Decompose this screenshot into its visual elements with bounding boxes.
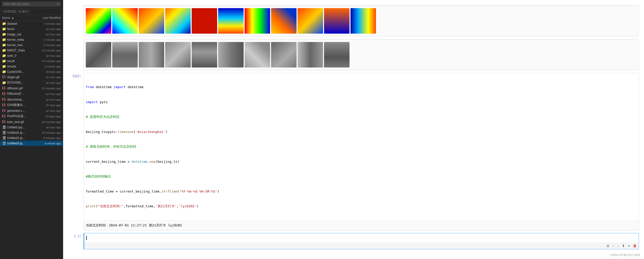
gray-img-7: [245, 42, 270, 67]
file-icon: 📓: [2, 131, 6, 134]
output-cell-gray: [68, 39, 639, 70]
file-item[interactable]: 📁 kernel_meta 2 minutes ago: [0, 37, 63, 42]
file-name: discriminat...: [7, 98, 33, 101]
file-item[interactable]: 📁 result 14 minutes ago: [0, 58, 63, 64]
move-down-button[interactable]: ↓: [616, 243, 620, 249]
gray-img-3: [139, 42, 164, 67]
file-item[interactable]: 📓 Untitled3.ip... a minute ago: [0, 141, 63, 146]
file-icon: 🎞: [2, 114, 6, 118]
file-icon: 📓: [2, 141, 6, 145]
file-table-header[interactable]: Name ▲ Last Modified: [0, 15, 63, 21]
file-name: image_cat: [7, 33, 33, 36]
filter-bar: ✕: [0, 0, 63, 8]
cell-active-bar: [83, 233, 84, 249]
cell-toolbar: ⧉ ↑ ↓ ⬇ ≡ 🗑: [84, 242, 639, 249]
thermal-img-3: [139, 8, 164, 34]
file-item[interactable]: 📁 MNIST_Data 15 minutes ago: [0, 48, 63, 53]
file-name: kernel_met...: [7, 43, 33, 47]
file-icon: 🎞: [2, 75, 6, 79]
file-item[interactable]: 📁 rank_0 an hour ago: [0, 53, 63, 58]
file-item[interactable]: 📓 Untitled1.ip... 19 minutes ago: [0, 130, 63, 135]
file-item[interactable]: 📁 kernel_met... 2 minutes ago: [0, 42, 63, 48]
file-name: Untitled1.ip...: [7, 131, 33, 134]
thermal-image-grid: [86, 8, 637, 34]
thermal-img-6: [218, 8, 244, 34]
file-list: 📁 dataset 7 minutes ago 📁 faces an hour …: [0, 21, 63, 259]
file-name: result: [7, 59, 33, 63]
cell-empty-input[interactable]: [84, 233, 639, 242]
file-modified: 10 days ago: [33, 104, 61, 107]
gray-img-2: [112, 42, 138, 67]
file-item[interactable]: 📁 dataset 7 minutes ago: [0, 21, 63, 26]
file-icon: 🎞: [2, 103, 6, 107]
cell-content-12: from datetime import datetime import pyt…: [83, 73, 639, 230]
cell-prompt-empty: [ ]:: [68, 233, 83, 249]
code-cell-12: [12]: from datetime import datetime impo…: [68, 73, 639, 230]
file-modified: 21 minutes ago: [33, 87, 61, 90]
file-icon: 🎞: [2, 98, 6, 101]
gray-img-10: [324, 42, 349, 67]
file-item[interactable]: 📓 Untitled.ipy... an hour ago: [0, 125, 63, 130]
file-modified: an hour ago: [33, 28, 61, 31]
gray-image-grid: [86, 42, 637, 67]
gray-img-1: [86, 42, 111, 67]
download-button[interactable]: ⬇: [621, 243, 626, 249]
file-item[interactable]: 📁 faces an hour ago: [0, 26, 63, 32]
file-modified: an hour ago: [33, 81, 61, 84]
file-item[interactable]: 📓 Untitled2.ip... 9 minutes ago: [0, 135, 63, 141]
file-icon: 🎞: [2, 120, 6, 124]
file-icon: 📁: [2, 38, 6, 42]
file-item[interactable]: 📁 CycleGAN... 10 days ago: [0, 69, 63, 74]
gray-img-6: [218, 42, 244, 67]
watermark: CSDN ©IT海中的小泡泡: [610, 253, 640, 257]
file-modified: 2 minutes ago: [33, 38, 61, 41]
file-item[interactable]: 📁 results a minute ago: [0, 64, 63, 69]
sort-icon: ▲: [11, 16, 14, 20]
file-icon: 📁: [2, 32, 6, 36]
gray-img-4: [165, 42, 191, 67]
file-modified: an hour ago: [33, 126, 61, 129]
file-item[interactable]: 🎞 Pix2Pix实现... 10 days ago: [0, 113, 63, 119]
modified-column-header[interactable]: Last Modified: [33, 16, 61, 20]
file-item[interactable]: 🎞 discriminat... an hour ago: [0, 97, 63, 102]
file-item[interactable]: 🎞 generator.c... an hour ago: [0, 108, 63, 113]
copy-cell-button[interactable]: ⧉: [606, 243, 610, 249]
file-icon: 📁: [2, 64, 6, 68]
file-modified: 7 minutes ago: [33, 22, 61, 25]
search-icon[interactable]: ✕: [57, 2, 59, 6]
file-item[interactable]: 🎞 dcgan.gif an hour ago: [0, 74, 63, 80]
output-text-12: 当前北京时间：2024-07-01 11:27:21 第21天打卡 lyj020…: [86, 222, 637, 229]
main-area: [12]: from datetime import datetime impo…: [63, 0, 644, 259]
cell-output-thermal: [84, 5, 639, 36]
delete-cell-button[interactable]: 🗑: [632, 243, 638, 249]
format-button[interactable]: ≡: [627, 243, 631, 249]
empty-cell: [ ]: ⧉ ↑ ↓ ⬇ ≡ 🗑: [68, 233, 639, 249]
file-item[interactable]: 🎞 GAN图像生... 10 days ago: [0, 102, 63, 108]
file-item[interactable]: 📁 image_cat an hour ago: [0, 32, 63, 37]
file-item[interactable]: 🎞 train_test.gif 10 minutes ago: [0, 119, 63, 125]
file-item[interactable]: 📁 DCGAN生... an hour ago: [0, 80, 63, 86]
cell-content-thermal: [83, 5, 639, 36]
file-modified: an hour ago: [33, 109, 61, 112]
move-up-button[interactable]: ↑: [611, 243, 615, 249]
name-label: Name: [2, 16, 10, 20]
cell-prompt-thermal: [68, 5, 83, 36]
filter-input-wrap[interactable]: ✕: [2, 2, 61, 7]
file-name: dataset: [7, 22, 33, 25]
file-modified: 15 minutes ago: [33, 49, 61, 52]
thermal-img-11: [351, 8, 376, 34]
cell-content-empty[interactable]: ⧉ ↑ ↓ ⬇ ≡ 🗑: [83, 233, 639, 249]
filter-input[interactable]: [4, 2, 57, 6]
file-name: faces: [7, 27, 33, 31]
name-column-header[interactable]: Name ▲: [2, 16, 33, 20]
file-name: dcgan.gif: [7, 75, 33, 79]
file-icon: 📓: [2, 125, 6, 129]
notebook-area[interactable]: [12]: from datetime import datetime impo…: [63, 0, 644, 259]
breadcrumb: / 应用实践 / 生成式 /: [0, 8, 63, 15]
file-item[interactable]: 🎞 Diffusion扩... an hour ago: [0, 91, 63, 97]
file-modified: 10 days ago: [33, 70, 61, 73]
gray-img-8: [271, 42, 297, 67]
file-name: kernel_meta: [7, 38, 33, 42]
cell-input-12[interactable]: from datetime import datetime import pyt…: [84, 73, 639, 220]
file-item[interactable]: 🎞 diffusion.gif 21 minutes ago: [0, 86, 63, 91]
